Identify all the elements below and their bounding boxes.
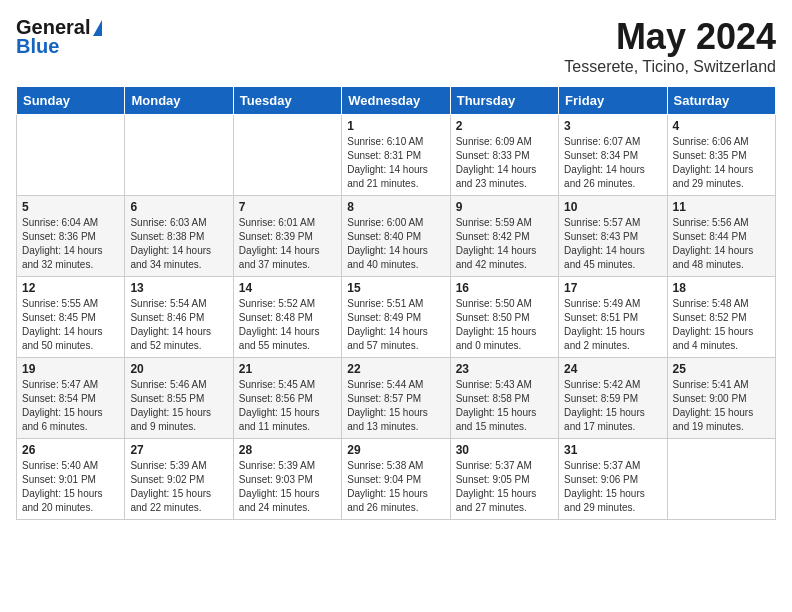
calendar-cell: 15Sunrise: 5:51 AM Sunset: 8:49 PM Dayli… xyxy=(342,277,450,358)
day-info: Sunrise: 5:47 AM Sunset: 8:54 PM Dayligh… xyxy=(22,378,119,434)
calendar-cell: 7Sunrise: 6:01 AM Sunset: 8:39 PM Daylig… xyxy=(233,196,341,277)
day-info: Sunrise: 6:03 AM Sunset: 8:38 PM Dayligh… xyxy=(130,216,227,272)
col-header-thursday: Thursday xyxy=(450,87,558,115)
calendar-cell xyxy=(125,115,233,196)
calendar-cell: 17Sunrise: 5:49 AM Sunset: 8:51 PM Dayli… xyxy=(559,277,667,358)
calendar-cell: 26Sunrise: 5:40 AM Sunset: 9:01 PM Dayli… xyxy=(17,439,125,520)
day-info: Sunrise: 5:55 AM Sunset: 8:45 PM Dayligh… xyxy=(22,297,119,353)
calendar-cell: 6Sunrise: 6:03 AM Sunset: 8:38 PM Daylig… xyxy=(125,196,233,277)
logo-blue: Blue xyxy=(16,35,59,58)
calendar-cell: 23Sunrise: 5:43 AM Sunset: 8:58 PM Dayli… xyxy=(450,358,558,439)
calendar-cell: 27Sunrise: 5:39 AM Sunset: 9:02 PM Dayli… xyxy=(125,439,233,520)
day-number: 7 xyxy=(239,200,336,214)
calendar-cell xyxy=(233,115,341,196)
col-header-sunday: Sunday xyxy=(17,87,125,115)
day-info: Sunrise: 5:50 AM Sunset: 8:50 PM Dayligh… xyxy=(456,297,553,353)
day-number: 8 xyxy=(347,200,444,214)
calendar-cell: 31Sunrise: 5:37 AM Sunset: 9:06 PM Dayli… xyxy=(559,439,667,520)
day-info: Sunrise: 5:43 AM Sunset: 8:58 PM Dayligh… xyxy=(456,378,553,434)
day-info: Sunrise: 5:39 AM Sunset: 9:02 PM Dayligh… xyxy=(130,459,227,515)
day-info: Sunrise: 5:44 AM Sunset: 8:57 PM Dayligh… xyxy=(347,378,444,434)
calendar-cell: 5Sunrise: 6:04 AM Sunset: 8:36 PM Daylig… xyxy=(17,196,125,277)
day-number: 23 xyxy=(456,362,553,376)
logo-triangle-icon xyxy=(93,20,102,36)
day-info: Sunrise: 6:09 AM Sunset: 8:33 PM Dayligh… xyxy=(456,135,553,191)
calendar-cell: 1Sunrise: 6:10 AM Sunset: 8:31 PM Daylig… xyxy=(342,115,450,196)
day-info: Sunrise: 5:54 AM Sunset: 8:46 PM Dayligh… xyxy=(130,297,227,353)
calendar-table: SundayMondayTuesdayWednesdayThursdayFrid… xyxy=(16,86,776,520)
day-number: 30 xyxy=(456,443,553,457)
day-number: 2 xyxy=(456,119,553,133)
calendar-cell: 4Sunrise: 6:06 AM Sunset: 8:35 PM Daylig… xyxy=(667,115,775,196)
col-header-friday: Friday xyxy=(559,87,667,115)
day-info: Sunrise: 5:49 AM Sunset: 8:51 PM Dayligh… xyxy=(564,297,661,353)
day-number: 3 xyxy=(564,119,661,133)
day-info: Sunrise: 5:52 AM Sunset: 8:48 PM Dayligh… xyxy=(239,297,336,353)
day-info: Sunrise: 5:45 AM Sunset: 8:56 PM Dayligh… xyxy=(239,378,336,434)
header: General Blue May 2024 Tesserete, Ticino,… xyxy=(16,16,776,76)
day-info: Sunrise: 5:46 AM Sunset: 8:55 PM Dayligh… xyxy=(130,378,227,434)
col-header-monday: Monday xyxy=(125,87,233,115)
calendar-cell: 25Sunrise: 5:41 AM Sunset: 9:00 PM Dayli… xyxy=(667,358,775,439)
day-number: 13 xyxy=(130,281,227,295)
day-info: Sunrise: 5:39 AM Sunset: 9:03 PM Dayligh… xyxy=(239,459,336,515)
day-info: Sunrise: 5:38 AM Sunset: 9:04 PM Dayligh… xyxy=(347,459,444,515)
day-info: Sunrise: 5:51 AM Sunset: 8:49 PM Dayligh… xyxy=(347,297,444,353)
day-number: 1 xyxy=(347,119,444,133)
calendar-cell: 29Sunrise: 5:38 AM Sunset: 9:04 PM Dayli… xyxy=(342,439,450,520)
day-number: 10 xyxy=(564,200,661,214)
day-info: Sunrise: 5:37 AM Sunset: 9:06 PM Dayligh… xyxy=(564,459,661,515)
day-info: Sunrise: 5:48 AM Sunset: 8:52 PM Dayligh… xyxy=(673,297,770,353)
title-area: May 2024 Tesserete, Ticino, Switzerland xyxy=(564,16,776,76)
calendar-cell: 3Sunrise: 6:07 AM Sunset: 8:34 PM Daylig… xyxy=(559,115,667,196)
day-number: 21 xyxy=(239,362,336,376)
day-number: 11 xyxy=(673,200,770,214)
day-number: 26 xyxy=(22,443,119,457)
calendar-cell: 19Sunrise: 5:47 AM Sunset: 8:54 PM Dayli… xyxy=(17,358,125,439)
day-number: 25 xyxy=(673,362,770,376)
calendar-cell: 24Sunrise: 5:42 AM Sunset: 8:59 PM Dayli… xyxy=(559,358,667,439)
calendar-cell: 12Sunrise: 5:55 AM Sunset: 8:45 PM Dayli… xyxy=(17,277,125,358)
calendar-cell xyxy=(667,439,775,520)
month-title: May 2024 xyxy=(564,16,776,58)
day-info: Sunrise: 6:00 AM Sunset: 8:40 PM Dayligh… xyxy=(347,216,444,272)
day-number: 19 xyxy=(22,362,119,376)
day-info: Sunrise: 5:56 AM Sunset: 8:44 PM Dayligh… xyxy=(673,216,770,272)
calendar-cell: 16Sunrise: 5:50 AM Sunset: 8:50 PM Dayli… xyxy=(450,277,558,358)
day-number: 9 xyxy=(456,200,553,214)
day-number: 12 xyxy=(22,281,119,295)
calendar-cell: 20Sunrise: 5:46 AM Sunset: 8:55 PM Dayli… xyxy=(125,358,233,439)
day-number: 20 xyxy=(130,362,227,376)
day-number: 6 xyxy=(130,200,227,214)
day-number: 16 xyxy=(456,281,553,295)
day-info: Sunrise: 6:04 AM Sunset: 8:36 PM Dayligh… xyxy=(22,216,119,272)
day-info: Sunrise: 5:42 AM Sunset: 8:59 PM Dayligh… xyxy=(564,378,661,434)
day-number: 15 xyxy=(347,281,444,295)
day-number: 24 xyxy=(564,362,661,376)
day-info: Sunrise: 6:01 AM Sunset: 8:39 PM Dayligh… xyxy=(239,216,336,272)
day-info: Sunrise: 6:07 AM Sunset: 8:34 PM Dayligh… xyxy=(564,135,661,191)
calendar-cell: 14Sunrise: 5:52 AM Sunset: 8:48 PM Dayli… xyxy=(233,277,341,358)
day-number: 29 xyxy=(347,443,444,457)
day-info: Sunrise: 5:59 AM Sunset: 8:42 PM Dayligh… xyxy=(456,216,553,272)
logo: General Blue xyxy=(16,16,102,58)
day-number: 27 xyxy=(130,443,227,457)
day-info: Sunrise: 6:10 AM Sunset: 8:31 PM Dayligh… xyxy=(347,135,444,191)
calendar-cell: 8Sunrise: 6:00 AM Sunset: 8:40 PM Daylig… xyxy=(342,196,450,277)
calendar-cell: 11Sunrise: 5:56 AM Sunset: 8:44 PM Dayli… xyxy=(667,196,775,277)
calendar-cell: 30Sunrise: 5:37 AM Sunset: 9:05 PM Dayli… xyxy=(450,439,558,520)
calendar-cell: 9Sunrise: 5:59 AM Sunset: 8:42 PM Daylig… xyxy=(450,196,558,277)
day-info: Sunrise: 5:41 AM Sunset: 9:00 PM Dayligh… xyxy=(673,378,770,434)
day-number: 31 xyxy=(564,443,661,457)
day-number: 14 xyxy=(239,281,336,295)
calendar-cell: 10Sunrise: 5:57 AM Sunset: 8:43 PM Dayli… xyxy=(559,196,667,277)
day-number: 22 xyxy=(347,362,444,376)
calendar-cell: 28Sunrise: 5:39 AM Sunset: 9:03 PM Dayli… xyxy=(233,439,341,520)
calendar-cell: 18Sunrise: 5:48 AM Sunset: 8:52 PM Dayli… xyxy=(667,277,775,358)
day-info: Sunrise: 5:57 AM Sunset: 8:43 PM Dayligh… xyxy=(564,216,661,272)
day-info: Sunrise: 6:06 AM Sunset: 8:35 PM Dayligh… xyxy=(673,135,770,191)
day-number: 4 xyxy=(673,119,770,133)
day-info: Sunrise: 5:37 AM Sunset: 9:05 PM Dayligh… xyxy=(456,459,553,515)
day-number: 17 xyxy=(564,281,661,295)
day-number: 18 xyxy=(673,281,770,295)
